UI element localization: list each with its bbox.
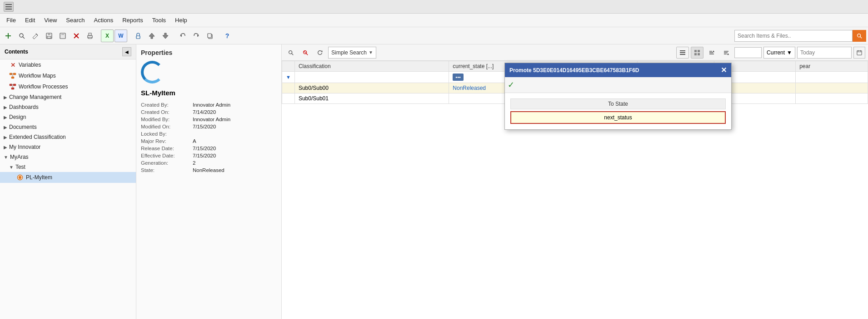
grid-sort-desc-button[interactable] xyxy=(720,47,733,59)
pl-myitem-icon xyxy=(16,174,24,181)
sidebar-group-design[interactable]: ▶ Design xyxy=(0,112,136,122)
svg-rect-46 xyxy=(694,53,697,55)
svg-rect-41 xyxy=(680,50,685,51)
svg-marker-16 xyxy=(149,33,155,39)
sidebar-label-documents: Documents xyxy=(9,124,37,130)
excel-button[interactable]: X xyxy=(101,29,114,42)
sidebar-item-workflow-maps[interactable]: Workflow Maps xyxy=(0,70,136,81)
demote-toolbar-button[interactable] xyxy=(159,29,172,42)
sidebar-group-extended-classification[interactable]: ▶ Extended Classification xyxy=(0,132,136,142)
copy-button[interactable] xyxy=(204,29,216,42)
word-icon: W xyxy=(118,33,123,39)
promote-dialog-body: To State xyxy=(505,93,731,129)
print-button[interactable] xyxy=(84,29,96,42)
date-input[interactable] xyxy=(797,47,852,59)
sidebar-group-documents[interactable]: ▶ Documents xyxy=(0,122,136,132)
grid-refresh-button[interactable] xyxy=(314,47,326,59)
svg-point-2 xyxy=(20,34,23,37)
menu-tools[interactable]: Tools xyxy=(148,15,170,25)
current-dropdown[interactable]: Current ▼ xyxy=(763,47,795,59)
sidebar-item-pl-myitem[interactable]: PL-MyItem xyxy=(0,172,136,183)
sidebar-group-change-management[interactable]: ▶ Change Management xyxy=(0,92,136,102)
word-button[interactable]: W xyxy=(115,29,127,42)
menu-reports[interactable]: Reports xyxy=(118,15,148,25)
to-state-label: To State xyxy=(510,98,726,109)
design-chevron: ▶ xyxy=(4,115,7,120)
prop-created-on: Created On: 7/14/2020 xyxy=(141,108,277,116)
prop-release-date: Release Date: 7/15/2020 xyxy=(141,145,277,152)
next-status-input[interactable] xyxy=(510,111,726,124)
grid-more-button[interactable]: ••• xyxy=(453,74,464,81)
prop-state: State: NonReleased xyxy=(141,167,277,174)
row1-state-link[interactable]: NonReleased xyxy=(453,85,486,91)
grid-list-view-button[interactable] xyxy=(676,47,689,59)
menu-edit[interactable]: Edit xyxy=(20,15,40,25)
global-search-input[interactable] xyxy=(734,30,853,42)
lock-button[interactable] xyxy=(132,29,145,42)
grid-search-cancel-button[interactable] xyxy=(299,47,312,59)
extended-classification-chevron: ▶ xyxy=(4,135,7,140)
search-type-label: Simple Search xyxy=(331,49,367,56)
sidebar-item-workflow-processes[interactable]: Workflow Processes xyxy=(0,81,136,92)
item-icon-area xyxy=(141,61,277,83)
search-type-dropdown[interactable]: Simple Search ▼ xyxy=(328,47,376,59)
menu-file[interactable]: File xyxy=(2,15,20,25)
promote-dialog-close-button[interactable]: ✕ xyxy=(721,66,727,74)
save-button[interactable] xyxy=(43,29,55,42)
calendar-button[interactable] xyxy=(853,47,865,59)
prop-modified-by: Modified By: Innovator Admin xyxy=(141,116,277,123)
spin-arc-graphic xyxy=(141,61,164,83)
svg-rect-21 xyxy=(208,34,211,38)
svg-rect-31 xyxy=(11,88,14,89)
undo-button[interactable] xyxy=(176,29,189,42)
save-as-button[interactable] xyxy=(56,29,69,42)
sidebar-group-my-innovator[interactable]: ▶ My Innovator xyxy=(0,142,136,152)
help-button[interactable]: ? xyxy=(221,29,234,42)
add-button[interactable] xyxy=(2,29,15,42)
search-button[interactable] xyxy=(15,29,28,42)
promote-confirm-button[interactable]: ✓ xyxy=(508,80,514,90)
global-search-button[interactable] xyxy=(853,30,866,42)
prop-generation: Generation: 2 xyxy=(141,159,277,167)
sidebar-group-myaras[interactable]: ▼ MyAras xyxy=(0,152,136,162)
svg-rect-15 xyxy=(136,36,140,39)
grid-header-classification[interactable]: Classification xyxy=(294,61,449,72)
page-number-box[interactable] xyxy=(734,47,762,58)
sidebar-group-dashboards[interactable]: ▶ Dashboards xyxy=(0,102,136,112)
row2-pear xyxy=(796,93,868,104)
grid-header-pear[interactable]: pear xyxy=(796,61,868,72)
content-area: Simple Search ▼ Current ▼ xyxy=(282,44,868,319)
promote-toolbar-button[interactable] xyxy=(145,29,158,42)
prop-major-rev: Major Rev: A xyxy=(141,137,277,145)
sidebar-label-workflow-processes: Workflow Processes xyxy=(19,83,68,90)
sidebar: Contents ◀ ✕ Variables xyxy=(0,44,136,319)
menu-view[interactable]: View xyxy=(40,15,61,25)
myaras-chevron: ▼ xyxy=(4,155,8,160)
menu-search[interactable]: Search xyxy=(61,15,89,25)
edit-button[interactable] xyxy=(29,29,42,42)
redo-button[interactable] xyxy=(190,29,203,42)
grid-search-button[interactable] xyxy=(284,47,297,59)
hamburger-button[interactable] xyxy=(4,2,14,12)
sidebar-collapse-button[interactable]: ◀ xyxy=(122,47,131,56)
row2-indicator xyxy=(282,93,295,104)
filter-indicator-icon: ▼ xyxy=(286,74,291,80)
to-state-field-row xyxy=(510,111,726,124)
svg-rect-13 xyxy=(89,33,91,35)
main-layout: Contents ◀ ✕ Variables xyxy=(0,44,868,319)
grid-detail-view-button[interactable] xyxy=(691,47,703,59)
grid-filter-pear xyxy=(796,72,868,83)
grid-filter-classification xyxy=(294,72,449,83)
sidebar-group-test[interactable]: ▼ Test xyxy=(0,162,136,172)
item-spin-icon xyxy=(141,61,164,83)
row2-classification: Sub0/Sub01 xyxy=(294,93,449,104)
menu-actions[interactable]: Actions xyxy=(90,15,118,25)
svg-rect-9 xyxy=(61,33,64,35)
svg-rect-56 xyxy=(857,50,862,54)
menu-help[interactable]: Help xyxy=(170,15,192,25)
delete-button[interactable] xyxy=(70,29,83,42)
grid-sort-asc-button[interactable] xyxy=(705,47,718,59)
sidebar-item-variables[interactable]: ✕ Variables xyxy=(0,59,136,70)
properties-title: Properties xyxy=(141,49,277,56)
svg-rect-43 xyxy=(680,54,685,55)
